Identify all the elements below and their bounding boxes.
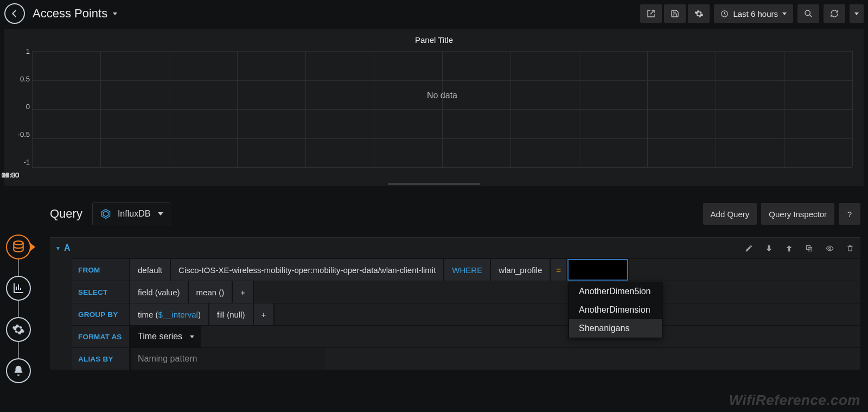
plot-grid: No data [32, 51, 852, 167]
page-title[interactable]: Access Points [33, 7, 117, 21]
chevron-down-icon [158, 212, 163, 215]
where-value-input[interactable] [567, 259, 628, 281]
datasource-name: InfluxDB [118, 209, 150, 219]
delete-button[interactable] [846, 244, 854, 252]
share-button[interactable] [640, 4, 662, 23]
copy-icon [805, 244, 813, 252]
zoom-out-button[interactable] [797, 4, 819, 23]
where-keyword[interactable]: WHERE [443, 259, 490, 281]
clock-icon [720, 10, 729, 18]
groupby-row: GROUP BY time ($__interval) fill (null) … [72, 303, 860, 325]
select-add-segment[interactable]: + [232, 281, 253, 303]
datasource-select[interactable]: InfluxDB [92, 202, 170, 225]
tab-visualization[interactable] [6, 276, 31, 301]
where-value-dropdown[interactable]: AnotherDimen5ion AnotherDimension Shenan… [569, 282, 662, 338]
groupby-fill-segment[interactable]: fill (null) [208, 303, 253, 325]
svg-marker-4 [103, 211, 108, 217]
alias-input[interactable] [130, 348, 326, 370]
graph-panel: Panel Title 1 0.5 0 -0.5 -1 No data [4, 29, 864, 186]
groupby-time-segment[interactable]: time ($__interval) [130, 303, 208, 325]
svg-point-2 [14, 241, 23, 245]
arrow-left-icon [10, 9, 20, 18]
groupby-add-segment[interactable]: + [253, 303, 274, 325]
gear-icon [12, 323, 25, 336]
row-fill [628, 259, 860, 281]
settings-button[interactable] [688, 4, 710, 23]
refresh-interval-button[interactable] [850, 4, 864, 23]
chevron-down-icon [782, 12, 787, 15]
from-label: FROM [72, 259, 130, 281]
select-field-segment[interactable]: field (value) [130, 281, 188, 303]
x-tick: 14:30 [2, 171, 20, 179]
arrow-up-icon [785, 244, 793, 252]
duplicate-button[interactable] [805, 244, 813, 252]
move-up-button[interactable] [785, 244, 793, 252]
gear-icon [694, 9, 704, 18]
database-icon [11, 240, 25, 254]
editor-tab-rail [4, 234, 33, 383]
arrow-down-icon [765, 244, 773, 252]
chevron-down-icon [113, 12, 117, 15]
groupby-label: GROUP BY [72, 303, 130, 325]
chart-area[interactable]: 1 0.5 0 -0.5 -1 No data 09:00 [10, 47, 858, 182]
format-select[interactable]: Time series [130, 326, 201, 347]
panel-resize-handle[interactable] [5, 182, 863, 186]
move-down-button[interactable] [765, 244, 773, 252]
from-row: FROM default Cisco-IOS-XE-wireless-mobil… [72, 258, 860, 281]
chevron-down-icon [190, 335, 194, 338]
format-row: FORMAT AS Time series [72, 325, 860, 347]
query-help-button[interactable]: ? [839, 203, 860, 225]
toggle-visibility-button[interactable] [825, 244, 834, 252]
query-inspector-button[interactable]: Query Inspector [761, 203, 834, 225]
refresh-button[interactable] [824, 4, 845, 23]
select-agg-segment[interactable]: mean () [188, 281, 232, 303]
row-fill [201, 326, 860, 347]
svg-point-7 [829, 247, 831, 249]
time-range-label: Last 6 hours [733, 9, 778, 18]
toolbar: Last 6 hours [640, 4, 864, 23]
where-value-segment[interactable] [566, 259, 628, 281]
y-tick: -0.5 [10, 130, 30, 138]
where-tag-segment[interactable]: wlan_profile [490, 259, 550, 281]
query-header: Query InfluxDB Add Query Query Inspector… [50, 202, 860, 237]
select-label: SELECT [72, 281, 130, 303]
tab-alert[interactable] [6, 358, 31, 383]
bell-icon [12, 365, 24, 377]
search-icon [804, 9, 813, 18]
alias-row: ALIAS BY [72, 347, 860, 370]
y-tick: 1 [10, 47, 30, 55]
y-tick: 0 [10, 103, 30, 111]
dropdown-option[interactable]: AnotherDimension [569, 301, 662, 319]
from-policy-segment[interactable]: default [130, 259, 170, 281]
query-editor: ▼ A FROM default Cisco-IOS-XE-wireless-m… [50, 237, 860, 370]
save-button[interactable] [664, 4, 686, 23]
dropdown-option[interactable]: Shenanigans [569, 319, 662, 338]
tab-queries[interactable] [6, 234, 31, 259]
back-button[interactable] [4, 3, 25, 24]
from-measurement-segment[interactable]: Cisco-IOS-XE-wireless-mobility-oper:mobi… [170, 259, 443, 281]
refresh-icon [830, 9, 839, 18]
edit-button[interactable] [745, 244, 753, 252]
add-query-button[interactable]: Add Query [703, 203, 757, 225]
time-range-button[interactable]: Last 6 hours [714, 4, 793, 23]
query-actions: Add Query Query Inspector ? [703, 203, 860, 225]
dropdown-option[interactable]: AnotherDimen5ion [569, 282, 662, 301]
tab-general[interactable] [6, 317, 31, 342]
y-tick: 0.5 [10, 75, 30, 83]
page-title-text: Access Points [33, 7, 107, 21]
influxdb-icon [100, 208, 111, 219]
y-tick: -1 [10, 158, 30, 166]
alias-label: ALIAS BY [72, 348, 130, 370]
no-data-text: No data [32, 91, 852, 100]
query-row-actions [745, 244, 854, 252]
query-section: Query InfluxDB Add Query Query Inspector… [50, 202, 860, 370]
row-fill [273, 303, 860, 325]
panel-title[interactable]: Panel Title [5, 30, 863, 47]
chevron-down-icon [854, 12, 859, 15]
alias-input-wrap [130, 348, 326, 370]
svg-point-1 [805, 10, 810, 15]
query-row-header[interactable]: ▼ A [50, 238, 860, 258]
watermark: WifiReference.com [729, 392, 860, 409]
where-op-segment[interactable]: = [550, 259, 566, 281]
top-bar: Access Points Last 6 hours [0, 0, 868, 26]
